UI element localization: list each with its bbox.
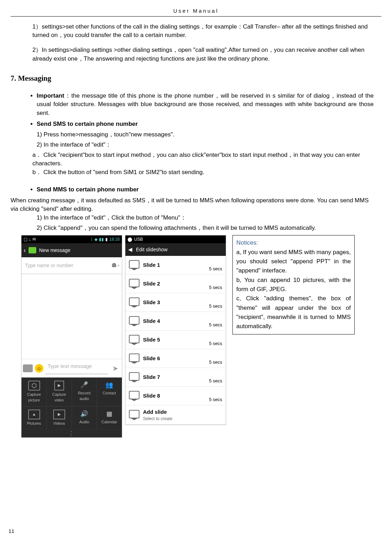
usb-label: USB <box>134 236 143 242</box>
pictures-icon: ▲ <box>28 410 40 419</box>
bullet-send-sms: Send SMS to certain phone number <box>37 120 374 129</box>
nav-more-icon[interactable]: ⋮ <box>21 430 122 437</box>
usb-icon: ⬤ <box>127 236 132 242</box>
compose-row: ☺ Type text message ➤ <box>21 359 122 377</box>
slide-duration: 5 secs <box>209 378 222 385</box>
slide-icon <box>129 354 139 362</box>
app-bar: ‹ New message <box>21 243 122 257</box>
slide-icon <box>129 297 139 306</box>
screenshot-edit-slideshow: ⬤ USB ◀ Edit slideshow Slide 15 secs Sli… <box>125 235 226 425</box>
slide-icon <box>129 372 139 381</box>
bluetooth-icon: ᛒ <box>91 236 93 242</box>
battery-icon: ▮ <box>105 236 108 242</box>
slide-row[interactable]: Slide 25 secs <box>125 275 226 293</box>
edit-app-bar: ◀ Edit slideshow <box>125 243 226 256</box>
bullet-send-mms: Send MMS to certain phone number <box>37 185 374 194</box>
slide-icon <box>129 316 139 325</box>
video-icon: ▶ <box>54 381 64 391</box>
attach-label: Audio <box>79 420 89 424</box>
app-title: New message <box>39 247 70 254</box>
notices-a: a, If you want send MMS with many pages,… <box>236 248 351 276</box>
status-left-icons: ▢ ⟂ ✉ <box>24 236 36 242</box>
sms-step-a: a． Click "recipient"box to start input m… <box>32 151 375 168</box>
smiley-icon[interactable]: ☺ <box>35 364 43 373</box>
sms-step-2: 2) In the interface of "edit"： <box>37 141 381 149</box>
attach-label: Capture picture <box>27 392 41 402</box>
slide-label: Slide 8 <box>143 392 205 400</box>
attach-label: Calendar <box>101 420 117 424</box>
slide-label: Slide 1 <box>143 261 205 269</box>
notices-title: Notices: <box>236 238 351 247</box>
contact-icon: 👥 <box>104 381 114 389</box>
notices-box: Notices: a, If you want send MMS with ma… <box>232 235 355 334</box>
slide-duration: 5 secs <box>209 284 222 291</box>
add-slide-row[interactable]: Add slide Select to create <box>125 405 226 425</box>
important-text: ：the message title of this phone is the … <box>37 92 374 116</box>
attach-label: Record audio <box>78 391 90 401</box>
paragraph-1: 1）settings>set other functions of the ca… <box>32 23 374 40</box>
important-label: Important <box>37 92 64 99</box>
slide-row[interactable]: Slide 85 secs <box>125 387 226 405</box>
mic-icon: 🎤 <box>79 381 89 389</box>
slide-icon <box>129 410 139 418</box>
slide-row[interactable]: Slide 45 secs <box>125 312 226 331</box>
slide-row[interactable]: Slide 55 secs <box>125 331 226 349</box>
slide-label: Slide 4 <box>143 317 205 325</box>
edit-title: Edit slideshow <box>136 246 168 253</box>
emoji-picker-icon[interactable] <box>23 364 33 372</box>
attach-videos[interactable]: ▶Videos <box>46 406 71 430</box>
slide-list: Slide 15 secs Slide 25 secs Slide 35 sec… <box>125 256 226 425</box>
calendar-icon: ▦ <box>104 410 114 418</box>
mms-intro: When creating message，it was defaulted a… <box>11 196 375 214</box>
attach-record-audio[interactable]: 🎤Record audio <box>72 377 97 406</box>
add-contact-icon[interactable] <box>112 263 118 268</box>
slide-duration: 5 secs <box>209 266 222 272</box>
play-icon: ▶ <box>53 410 65 419</box>
recipient-input-row[interactable]: Type name or number <box>21 257 122 274</box>
slide-label: Slide 6 <box>143 355 205 362</box>
send-icon[interactable]: ➤ <box>110 363 120 374</box>
usb-status-bar: ⬤ USB <box>125 235 226 243</box>
slide-duration: 5 secs <box>209 322 222 328</box>
text-input[interactable]: Type text message <box>45 362 108 374</box>
attach-label: Pictures <box>27 421 41 425</box>
attach-label: Capture video <box>52 392 66 402</box>
signal-icon: ▮▮ <box>99 236 104 242</box>
back-icon[interactable]: ◀ <box>128 246 132 253</box>
attach-pictures[interactable]: ▲Pictures <box>21 406 46 430</box>
attach-label: Contact <box>102 391 116 395</box>
attach-calendar[interactable]: ▦Calendar <box>97 406 122 430</box>
slide-row[interactable]: Slide 65 secs <box>125 349 226 368</box>
slide-duration: 5 secs <box>209 340 222 347</box>
slide-icon <box>129 260 139 269</box>
attach-capture-video[interactable]: ▶Capture video <box>46 377 71 406</box>
attach-contact[interactable]: 👥Contact <box>97 377 122 406</box>
send-sms-label: Send SMS to certain phone number <box>37 121 138 127</box>
slide-label: Slide 5 <box>143 336 205 344</box>
slide-row[interactable]: Slide 15 secs <box>125 256 226 275</box>
status-bar: ▢ ⟂ ✉ ᛒ ◆ ▮▮ ▮ 18:16 <box>21 235 122 243</box>
add-slide-label: Add slide <box>143 408 172 416</box>
message-body <box>21 274 122 359</box>
mms-step-2: 2) Click "append"，you can spend the foll… <box>37 224 381 233</box>
status-time: 18:16 <box>109 236 120 242</box>
page-header: User Manual <box>11 7 381 17</box>
slide-row[interactable]: Slide 75 secs <box>125 368 226 387</box>
attach-capture-picture[interactable]: Capture picture <box>21 377 46 406</box>
section-7-heading: 7. Messaging <box>11 73 381 84</box>
notices-c: c, Click "adding themes", the box of "th… <box>236 294 351 331</box>
slide-row[interactable]: Slide 35 secs <box>125 293 226 312</box>
back-icon[interactable]: ‹ <box>24 246 26 255</box>
wifi-icon: ◆ <box>94 236 98 242</box>
attachment-grid: Capture picture ▶Capture video 🎤Record a… <box>21 377 122 430</box>
slide-label: Slide 7 <box>143 373 205 381</box>
chat-icon <box>29 247 36 253</box>
slide-icon <box>129 279 139 287</box>
slide-label: Slide 3 <box>143 299 205 306</box>
slide-duration: 5 secs <box>209 359 222 366</box>
slide-icon <box>129 391 139 399</box>
sms-step-1: 1) Press home>messaging，touch"new messag… <box>37 130 381 139</box>
attach-audio[interactable]: 🔊Audio <box>72 406 97 430</box>
attach-label: Videos <box>53 421 65 425</box>
speaker-icon: 🔊 <box>79 410 89 418</box>
